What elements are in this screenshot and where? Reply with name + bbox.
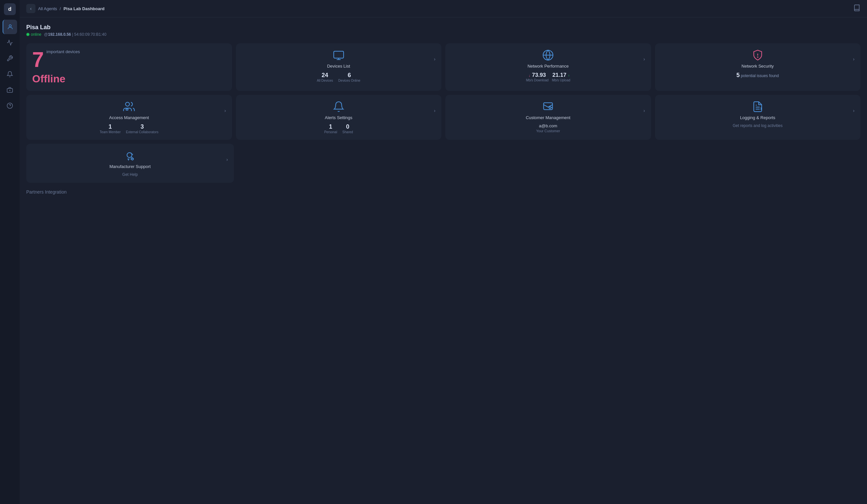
main-content: ‹ All Agents / Pisa Lab Dashboard Pisa L… (20, 0, 867, 504)
cards-row1: 7 important devices Offline Devices (26, 43, 860, 91)
svg-rect-6 (334, 51, 344, 58)
network-performance-icon (490, 49, 606, 61)
shared-alerts-stat: 0 Shared (342, 124, 353, 134)
svg-point-12 (757, 57, 758, 57)
topbar-book-icon[interactable] (853, 4, 860, 13)
sidebar-item-alerts[interactable] (3, 67, 17, 82)
empty-space (238, 144, 861, 183)
logging-reports-icon (700, 101, 816, 112)
network-security-title: Network Security (700, 64, 816, 68)
card-network-performance[interactable]: Network Performance › ↓ 73.93 Mb/s Downl… (445, 43, 651, 91)
card-alerts-settings[interactable]: Alerts Settings › 1 Personal 0 Shared (236, 95, 442, 140)
card-devices-list[interactable]: Devices List › 24 All Devices 6 Devices … (236, 43, 442, 91)
network-performance-arrow: › (643, 56, 645, 62)
alerts-settings-title: Alerts Settings (281, 115, 397, 120)
upload-stat: 21.17 ↑ Mb/s Upload (552, 72, 570, 82)
sidebar-item-support[interactable] (3, 98, 17, 113)
devices-list-stats: 24 All Devices 6 Devices Online (242, 72, 436, 82)
card-logging-reports[interactable]: Logging & Reports › Get reports and log … (655, 95, 861, 140)
sidebar-item-tools[interactable] (3, 51, 17, 66)
all-devices-label: All Devices (317, 79, 333, 82)
team-member-count: 1 (100, 124, 121, 130)
network-security-icon (700, 49, 816, 61)
card-logging-reports-header: Logging & Reports › (661, 101, 855, 120)
svg-point-13 (126, 103, 130, 106)
devices-list-arrow: › (434, 56, 436, 62)
status-row: online @192.168.0.56 | 54:60:09:70:B1:40 (26, 32, 860, 37)
personal-alerts-label: Personal (324, 130, 337, 134)
access-management-icon (71, 101, 187, 112)
sidebar-item-plugins[interactable] (3, 83, 17, 97)
manufacturer-support-description: Get Help (32, 172, 228, 177)
app-logo[interactable]: d (4, 3, 16, 15)
team-member-stat: 1 Team Member (100, 124, 121, 134)
customer-email: a@b.com (451, 124, 645, 128)
topbar: ‹ All Agents / Pisa Lab Dashboard (20, 0, 867, 18)
cards-row2: Access Management › 1 Team Member 3 Exte… (26, 95, 860, 140)
alerts-settings-stats: 1 Personal 0 Shared (242, 124, 436, 134)
topbar-left: ‹ All Agents / Pisa Lab Dashboard (26, 4, 104, 13)
card-manufacturer-support-header: Manufacturer Support › (32, 150, 228, 169)
alerts-settings-icon (281, 101, 397, 112)
upload-value: 21.17 ↑ (552, 72, 570, 78)
manufacturer-support-arrow: › (226, 157, 228, 162)
partners-integration-label: Partners Integration (26, 187, 860, 197)
team-member-label: Team Member (100, 130, 121, 134)
access-management-arrow: › (224, 108, 226, 113)
security-issues-text: 5 potential issues found (661, 72, 855, 79)
svg-point-16 (549, 107, 551, 109)
download-stat: ↓ 73.93 Mb/s Download (526, 72, 549, 82)
breadcrumb-separator: / (60, 6, 61, 11)
devices-online-label: Devices Online (338, 79, 360, 82)
network-security-arrow: › (853, 56, 855, 62)
content-area: Pisa Lab online @192.168.0.56 | 54:60:09… (20, 18, 867, 504)
svg-point-0 (9, 25, 11, 27)
card-network-performance-header: Network Performance › (451, 49, 645, 68)
card-network-security[interactable]: Network Security › 5 potential issues fo… (655, 43, 861, 91)
card-access-management[interactable]: Access Management › 1 Team Member 3 Exte… (26, 95, 232, 140)
logging-reports-description: Get reports and log activities (661, 124, 855, 128)
status-dot (26, 33, 30, 36)
sidebar: d (0, 0, 20, 504)
status-online: online (26, 32, 41, 37)
download-label: Mb/s Download (526, 78, 549, 82)
card-access-management-header: Access Management › (32, 101, 226, 120)
card-network-security-header: Network Security › (661, 49, 855, 68)
breadcrumb-parent[interactable]: All Agents (38, 6, 57, 11)
offline-status-text: Offline (32, 73, 226, 85)
svg-point-4 (7, 103, 13, 109)
shared-alerts-label: Shared (342, 130, 353, 134)
card-manufacturer-support[interactable]: Manufacturer Support › Get Help (26, 144, 234, 183)
svg-rect-15 (544, 103, 553, 110)
breadcrumb-current: Pisa Lab Dashboard (63, 6, 104, 11)
upload-label: Mb/s Upload (552, 78, 570, 82)
manufacturer-support-title: Manufacturer Support (71, 164, 189, 169)
important-devices-label: important devices (46, 49, 80, 54)
svg-point-22 (131, 158, 133, 160)
devices-online-stat: 6 Devices Online (338, 72, 360, 82)
customer-label: Your Customer (451, 129, 645, 133)
access-management-stats: 1 Team Member 3 External Collaborators (32, 124, 226, 134)
external-collaborators-stat: 3 External Collaborators (126, 124, 159, 134)
logging-reports-title: Logging & Reports (700, 115, 816, 120)
sidebar-item-analytics[interactable] (3, 35, 17, 50)
status-ip: @192.168.0.56 | 54:60:09:70:B1:40 (44, 32, 106, 37)
download-value: ↓ 73.93 (526, 72, 549, 78)
page-title: Pisa Lab (26, 24, 860, 31)
customer-management-title: Customer Management (490, 115, 606, 120)
back-button[interactable]: ‹ (26, 4, 35, 13)
card-customer-management[interactable]: Customer Management › a@b.com Your Custo… (445, 95, 651, 140)
card-devices-list-header: Devices List › (242, 49, 436, 68)
external-collaborators-label: External Collaborators (126, 130, 159, 134)
devices-online-count: 6 (338, 72, 360, 79)
logging-reports-arrow: › (853, 108, 855, 113)
devices-list-icon (281, 49, 397, 61)
customer-management-arrow: › (643, 108, 645, 113)
status-label: online (31, 32, 41, 37)
card-alerts-settings-header: Alerts Settings › (242, 101, 436, 120)
card-important-devices[interactable]: 7 important devices Offline (26, 43, 232, 91)
external-collaborators-count: 3 (126, 124, 159, 130)
network-performance-stats: ↓ 73.93 Mb/s Download 21.17 ↑ Mb/s Uploa… (451, 72, 645, 82)
sidebar-item-agents[interactable] (3, 20, 17, 34)
alerts-settings-arrow: › (434, 108, 436, 113)
